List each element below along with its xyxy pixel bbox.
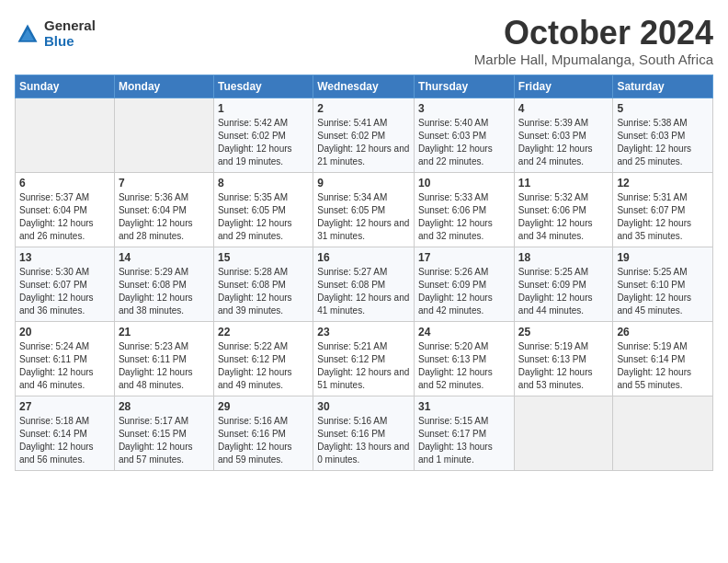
calendar-cell: 8Sunrise: 5:35 AM Sunset: 6:05 PM Daylig… bbox=[213, 172, 313, 247]
calendar-cell bbox=[514, 396, 613, 470]
day-info: Sunrise: 5:17 AM Sunset: 6:15 PM Dayligh… bbox=[119, 415, 210, 466]
calendar-cell bbox=[114, 98, 213, 172]
day-number: 3 bbox=[418, 102, 510, 115]
day-number: 10 bbox=[418, 177, 510, 190]
day-info: Sunrise: 5:25 AM Sunset: 6:10 PM Dayligh… bbox=[617, 266, 709, 317]
calendar-cell: 1Sunrise: 5:42 AM Sunset: 6:02 PM Daylig… bbox=[213, 98, 313, 172]
day-info: Sunrise: 5:33 AM Sunset: 6:06 PM Dayligh… bbox=[418, 191, 510, 243]
day-info: Sunrise: 5:16 AM Sunset: 6:16 PM Dayligh… bbox=[218, 415, 309, 466]
calendar-cell: 12Sunrise: 5:31 AM Sunset: 6:07 PM Dayli… bbox=[613, 172, 713, 247]
day-number: 31 bbox=[418, 400, 510, 413]
location-title: Marble Hall, Mpumalanga, South Africa bbox=[474, 52, 713, 67]
logo: General Blue bbox=[15, 18, 96, 49]
day-number: 16 bbox=[317, 251, 410, 264]
day-info: Sunrise: 5:40 AM Sunset: 6:03 PM Dayligh… bbox=[418, 117, 510, 168]
day-number: 17 bbox=[418, 251, 510, 264]
calendar-cell: 14Sunrise: 5:29 AM Sunset: 6:08 PM Dayli… bbox=[114, 247, 213, 321]
logo-blue-text: Blue bbox=[44, 34, 96, 50]
column-header-sunday: Sunday bbox=[16, 75, 115, 98]
day-info: Sunrise: 5:42 AM Sunset: 6:02 PM Dayligh… bbox=[218, 117, 309, 168]
column-header-monday: Monday bbox=[114, 75, 213, 98]
calendar-cell: 4Sunrise: 5:39 AM Sunset: 6:03 PM Daylig… bbox=[514, 98, 613, 172]
day-info: Sunrise: 5:31 AM Sunset: 6:07 PM Dayligh… bbox=[617, 191, 709, 243]
day-info: Sunrise: 5:22 AM Sunset: 6:12 PM Dayligh… bbox=[218, 340, 309, 392]
calendar-cell bbox=[16, 98, 115, 172]
day-number: 8 bbox=[218, 177, 309, 190]
day-number: 12 bbox=[617, 177, 709, 190]
column-header-thursday: Thursday bbox=[415, 75, 515, 98]
calendar-cell: 19Sunrise: 5:25 AM Sunset: 6:10 PM Dayli… bbox=[613, 247, 713, 321]
day-number: 28 bbox=[119, 400, 210, 413]
logo-general-text: General bbox=[44, 18, 96, 34]
day-number: 25 bbox=[518, 326, 609, 339]
day-info: Sunrise: 5:41 AM Sunset: 6:02 PM Dayligh… bbox=[317, 117, 410, 168]
day-info: Sunrise: 5:20 AM Sunset: 6:13 PM Dayligh… bbox=[418, 340, 510, 392]
calendar-cell: 17Sunrise: 5:26 AM Sunset: 6:09 PM Dayli… bbox=[415, 247, 515, 321]
day-number: 29 bbox=[218, 400, 309, 413]
day-info: Sunrise: 5:23 AM Sunset: 6:11 PM Dayligh… bbox=[119, 340, 210, 392]
day-info: Sunrise: 5:24 AM Sunset: 6:11 PM Dayligh… bbox=[19, 340, 110, 392]
column-header-wednesday: Wednesday bbox=[313, 75, 415, 98]
calendar-cell: 6Sunrise: 5:37 AM Sunset: 6:04 PM Daylig… bbox=[16, 172, 115, 247]
calendar-cell: 27Sunrise: 5:18 AM Sunset: 6:14 PM Dayli… bbox=[16, 396, 115, 470]
day-number: 18 bbox=[518, 251, 609, 264]
calendar-cell: 15Sunrise: 5:28 AM Sunset: 6:08 PM Dayli… bbox=[213, 247, 313, 321]
day-info: Sunrise: 5:15 AM Sunset: 6:17 PM Dayligh… bbox=[418, 415, 510, 466]
column-header-tuesday: Tuesday bbox=[213, 75, 313, 98]
calendar-cell: 3Sunrise: 5:40 AM Sunset: 6:03 PM Daylig… bbox=[415, 98, 515, 172]
month-title: October 2024 bbox=[474, 15, 713, 52]
day-info: Sunrise: 5:16 AM Sunset: 6:16 PM Dayligh… bbox=[317, 415, 410, 466]
calendar-table: SundayMondayTuesdayWednesdayThursdayFrid… bbox=[15, 75, 713, 471]
calendar-cell: 11Sunrise: 5:32 AM Sunset: 6:06 PM Dayli… bbox=[514, 172, 613, 247]
day-number: 27 bbox=[19, 400, 110, 413]
logo-icon bbox=[15, 21, 40, 47]
day-info: Sunrise: 5:27 AM Sunset: 6:08 PM Dayligh… bbox=[317, 266, 410, 317]
day-number: 26 bbox=[617, 326, 709, 339]
day-number: 6 bbox=[19, 177, 110, 190]
calendar-cell: 9Sunrise: 5:34 AM Sunset: 6:05 PM Daylig… bbox=[313, 172, 415, 247]
column-header-friday: Friday bbox=[514, 75, 613, 98]
calendar-cell: 5Sunrise: 5:38 AM Sunset: 6:03 PM Daylig… bbox=[613, 98, 713, 172]
day-info: Sunrise: 5:32 AM Sunset: 6:06 PM Dayligh… bbox=[518, 191, 609, 243]
day-info: Sunrise: 5:25 AM Sunset: 6:09 PM Dayligh… bbox=[518, 266, 609, 317]
calendar-cell: 21Sunrise: 5:23 AM Sunset: 6:11 PM Dayli… bbox=[114, 321, 213, 396]
day-number: 1 bbox=[218, 102, 309, 115]
calendar-cell: 25Sunrise: 5:19 AM Sunset: 6:13 PM Dayli… bbox=[514, 321, 613, 396]
day-info: Sunrise: 5:26 AM Sunset: 6:09 PM Dayligh… bbox=[418, 266, 510, 317]
day-info: Sunrise: 5:36 AM Sunset: 6:04 PM Dayligh… bbox=[119, 191, 210, 243]
day-number: 15 bbox=[218, 251, 309, 264]
calendar-cell: 24Sunrise: 5:20 AM Sunset: 6:13 PM Dayli… bbox=[415, 321, 515, 396]
calendar-cell: 10Sunrise: 5:33 AM Sunset: 6:06 PM Dayli… bbox=[415, 172, 515, 247]
calendar-cell bbox=[613, 396, 713, 470]
calendar-cell: 28Sunrise: 5:17 AM Sunset: 6:15 PM Dayli… bbox=[114, 396, 213, 470]
day-info: Sunrise: 5:19 AM Sunset: 6:14 PM Dayligh… bbox=[617, 340, 709, 392]
day-info: Sunrise: 5:34 AM Sunset: 6:05 PM Dayligh… bbox=[317, 191, 410, 243]
day-info: Sunrise: 5:18 AM Sunset: 6:14 PM Dayligh… bbox=[19, 415, 110, 466]
calendar-cell: 30Sunrise: 5:16 AM Sunset: 6:16 PM Dayli… bbox=[313, 396, 415, 470]
day-number: 7 bbox=[119, 177, 210, 190]
day-number: 5 bbox=[617, 102, 709, 115]
calendar-cell: 23Sunrise: 5:21 AM Sunset: 6:12 PM Dayli… bbox=[313, 321, 415, 396]
day-number: 13 bbox=[19, 251, 110, 264]
calendar-cell: 22Sunrise: 5:22 AM Sunset: 6:12 PM Dayli… bbox=[213, 321, 313, 396]
day-info: Sunrise: 5:37 AM Sunset: 6:04 PM Dayligh… bbox=[19, 191, 110, 243]
day-number: 24 bbox=[418, 326, 510, 339]
day-number: 14 bbox=[119, 251, 210, 264]
calendar-cell: 13Sunrise: 5:30 AM Sunset: 6:07 PM Dayli… bbox=[16, 247, 115, 321]
day-info: Sunrise: 5:30 AM Sunset: 6:07 PM Dayligh… bbox=[19, 266, 110, 317]
calendar-cell: 18Sunrise: 5:25 AM Sunset: 6:09 PM Dayli… bbox=[514, 247, 613, 321]
day-number: 23 bbox=[317, 326, 410, 339]
calendar-cell: 26Sunrise: 5:19 AM Sunset: 6:14 PM Dayli… bbox=[613, 321, 713, 396]
day-info: Sunrise: 5:29 AM Sunset: 6:08 PM Dayligh… bbox=[119, 266, 210, 317]
calendar-cell: 2Sunrise: 5:41 AM Sunset: 6:02 PM Daylig… bbox=[313, 98, 415, 172]
day-info: Sunrise: 5:19 AM Sunset: 6:13 PM Dayligh… bbox=[518, 340, 609, 392]
day-info: Sunrise: 5:28 AM Sunset: 6:08 PM Dayligh… bbox=[218, 266, 309, 317]
calendar-cell: 31Sunrise: 5:15 AM Sunset: 6:17 PM Dayli… bbox=[415, 396, 515, 470]
column-header-saturday: Saturday bbox=[613, 75, 713, 98]
day-info: Sunrise: 5:35 AM Sunset: 6:05 PM Dayligh… bbox=[218, 191, 309, 243]
title-area: October 2024 Marble Hall, Mpumalanga, So… bbox=[474, 15, 713, 67]
day-number: 2 bbox=[317, 102, 410, 115]
calendar-cell: 16Sunrise: 5:27 AM Sunset: 6:08 PM Dayli… bbox=[313, 247, 415, 321]
day-number: 9 bbox=[317, 177, 410, 190]
day-number: 20 bbox=[19, 326, 110, 339]
